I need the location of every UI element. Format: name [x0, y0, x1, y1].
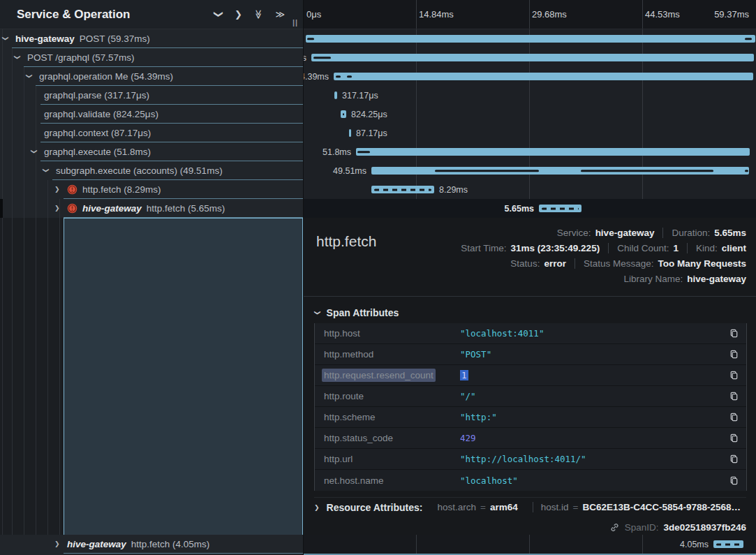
span-meta-line: Service:hive-gatewayDuration:5.65ms: [549, 225, 746, 240]
indent-guide-line: [59, 199, 60, 555]
selected-span-expanded-region[interactable]: [64, 218, 303, 535]
bar-duration-label: 51.8ms: [323, 147, 351, 157]
span-bar[interactable]: [334, 73, 753, 80]
tree-row[interactable]: graphql.context (87.17μs): [0, 124, 303, 142]
chevron-down-icon[interactable]: ❯: [214, 10, 223, 18]
span-meta-item: Start Time:31ms (23:35:49.225): [452, 243, 608, 253]
span-operation-label: graphql.parse (317.17μs): [44, 90, 149, 101]
tree-row[interactable]: ❯subgraph.execute (accounts) (49.51ms): [0, 161, 303, 180]
span-operation-label: graphql.operation Me (54.39ms): [39, 71, 173, 82]
timeline-row[interactable]: 51.8ms: [304, 142, 756, 161]
indent-guide-line: [47, 180, 48, 555]
panel-title: Service & Operation: [17, 8, 131, 22]
copy-icon[interactable]: [729, 370, 739, 380]
span-bar[interactable]: [539, 205, 581, 212]
timeline-axis: 0μs14.84ms29.68ms44.53ms59.37ms: [304, 0, 756, 29]
timeline-row[interactable]: 54.39ms: [304, 67, 756, 86]
attribute-row: http.route"/": [315, 386, 746, 407]
panel-resize-handle[interactable]: ||: [292, 18, 298, 27]
copy-icon[interactable]: [729, 433, 739, 443]
attribute-value-text: 429: [460, 433, 476, 443]
timeline-row[interactable]: [304, 29, 756, 48]
copy-icon[interactable]: [729, 475, 739, 486]
tree-row-band: hive-gatewayhttp.fetch (4.05ms): [64, 535, 303, 554]
copy-icon[interactable]: [729, 391, 739, 401]
resource-value: BC62E13B-C4CC-5854-9788-2568…: [582, 502, 741, 512]
tree-row[interactable]: ❯hive-gatewayhttp.fetch (4.05ms): [0, 535, 303, 554]
timeline-row[interactable]: 49.51ms: [304, 161, 756, 180]
span-bar[interactable]: [349, 129, 351, 137]
timeline-row[interactable]: 4.05ms: [304, 535, 756, 554]
chevron-right-icon[interactable]: ❯: [54, 186, 60, 193]
tree-row[interactable]: ❯POST /graphql (57.57ms): [0, 48, 303, 67]
equals-sign: =: [573, 502, 579, 512]
span-tree-panel: Service & Operation ❯❯≫≫ ❯hive-gatewayPO…: [0, 0, 303, 555]
timeline-row[interactable]: 8.29ms: [304, 180, 756, 199]
span-bar[interactable]: [713, 540, 743, 548]
meta-label: Status Message:: [584, 258, 654, 269]
attribute-value: "http://localhost:4011/": [460, 454, 723, 464]
span-operation-label: subgraph.execute (accounts) (49.51ms): [56, 165, 223, 176]
chevron-right-icon[interactable]: ❯: [54, 205, 60, 212]
chevron-right-icon[interactable]: ❯: [54, 540, 60, 547]
span-bar[interactable]: [371, 186, 434, 193]
timeline-row[interactable]: 87.17μs: [304, 124, 756, 142]
span-meta-line: Library Name:hive-gateway: [615, 271, 746, 286]
copy-icon[interactable]: [729, 454, 739, 464]
tree-row[interactable]: ❯http.fetch (8.29ms): [0, 180, 303, 199]
meta-label: Service:: [557, 228, 591, 238]
timeline-panel: 0μs14.84ms29.68ms44.53ms59.37ms 57.57ms5…: [303, 0, 756, 555]
span-operation-label: graphql.context (87.17μs): [44, 128, 151, 138]
tree-row[interactable]: ❯hive-gatewayPOST (59.37ms): [0, 29, 303, 48]
span-attributes-toggle[interactable]: ❯ Span Attributes: [315, 304, 399, 321]
bar-duration-label: 54.39ms: [304, 72, 329, 82]
span-meta-item: Kind:client: [687, 243, 746, 253]
span-meta-item: Service:hive-gateway: [549, 228, 663, 238]
span-meta-line: Start Time:31ms (23:35:49.225)Child Coun…: [452, 240, 746, 256]
copy-icon[interactable]: [729, 412, 739, 422]
timeline-row[interactable]: 317.17μs: [304, 86, 756, 105]
attribute-key: http.scheme: [324, 412, 451, 422]
axis-tick-label: 0μs: [306, 9, 321, 20]
tree-row[interactable]: ❯graphql.operation Me (54.39ms): [0, 67, 303, 86]
bar-child-mark: [435, 170, 539, 172]
chevron-down-icon[interactable]: ❯: [14, 54, 21, 60]
tree-row[interactable]: graphql.parse (317.17μs): [0, 86, 303, 105]
span-service-name: hive-gateway: [67, 539, 126, 549]
tree-row[interactable]: ❯graphql.execute (51.8ms): [0, 142, 303, 161]
attribute-row: http.status_code429: [315, 428, 746, 449]
span-bar[interactable]: [334, 91, 337, 99]
meta-label: Status:: [510, 258, 540, 269]
tree-row[interactable]: ❯hive-gatewayhttp.fetch (5.65ms): [0, 199, 303, 218]
span-operation-label: http.fetch (5.65ms): [147, 203, 225, 214]
timeline-row[interactable]: 824.25μs: [304, 105, 756, 124]
chevron-right-icon[interactable]: ❯: [235, 10, 242, 19]
divider: [304, 296, 756, 297]
copy-icon[interactable]: [729, 328, 739, 339]
indent-guide-line: [2, 29, 3, 555]
double-chevron-down-icon[interactable]: ≫: [254, 10, 263, 20]
attribute-value: "localhost:4011": [460, 328, 723, 339]
double-chevron-right-icon[interactable]: ≫: [275, 10, 285, 19]
span-bar[interactable]: [356, 148, 750, 156]
copy-icon[interactable]: [729, 349, 739, 360]
chevron-down-icon[interactable]: ❯: [2, 36, 9, 41]
chevron-down-icon[interactable]: ❯: [31, 149, 38, 154]
span-bar[interactable]: [306, 35, 755, 43]
attribute-value: "/": [460, 391, 723, 401]
span-bar[interactable]: [371, 167, 749, 175]
timeline-rows: 57.57ms54.39ms317.17μs824.25μs87.17μs51.…: [304, 29, 756, 218]
tree-row[interactable]: graphql.validate (824.25μs): [0, 105, 303, 124]
span-bar[interactable]: [311, 54, 754, 61]
link-icon[interactable]: [609, 522, 620, 533]
tree-row-band: hive-gatewayPOST (59.37ms): [12, 29, 303, 48]
span-bar[interactable]: [341, 110, 346, 118]
chevron-down-icon[interactable]: ❯: [26, 73, 33, 79]
axis-tick-label: 29.68ms: [532, 9, 567, 20]
chevron-down-icon[interactable]: ❯: [43, 168, 50, 173]
meta-label: Duration:: [672, 228, 710, 238]
attribute-row: http.method"POST": [315, 344, 746, 365]
timeline-row[interactable]: 5.65ms: [304, 199, 756, 218]
resource-attributes-toggle[interactable]: ❯Resource Attributes:host.arch=arm64host…: [314, 497, 746, 517]
timeline-row[interactable]: 57.57ms: [304, 48, 756, 67]
